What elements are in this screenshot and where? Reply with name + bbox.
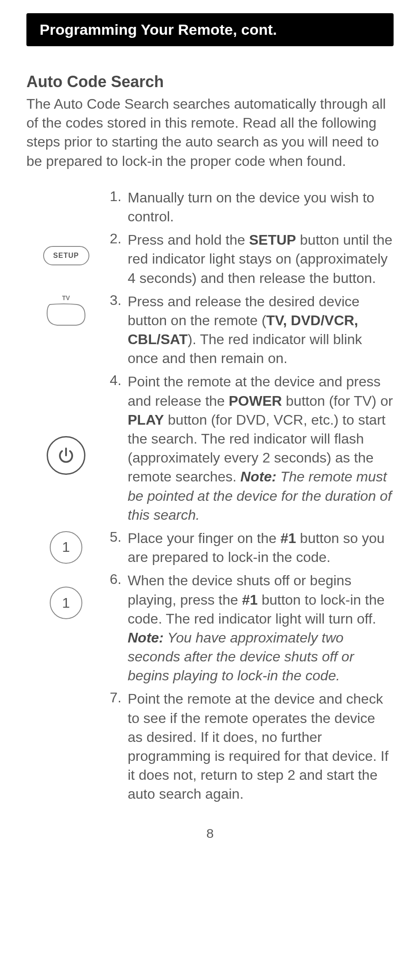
step-4-num: 4. <box>106 372 128 525</box>
step-7-num: 7. <box>106 690 128 804</box>
page-header-bar: Programming Your Remote, cont. <box>26 13 394 46</box>
step-1: 1. Manually turn on the device you wish … <box>26 188 394 226</box>
step-2-text: Press and hold the SETUP button until th… <box>128 231 394 288</box>
tv-label: TV <box>62 294 70 301</box>
steps-list: 1. Manually turn on the device you wish … <box>26 188 394 804</box>
step-7-text: Point the remote at the device and check… <box>128 690 394 804</box>
step-6-text: When the device shuts off or begins play… <box>128 571 394 685</box>
step-3: TV 3. Press and release the desired devi… <box>26 292 394 368</box>
section-title: Auto Code Search <box>26 73 394 91</box>
step-6-num: 6. <box>106 571 128 685</box>
section-intro: The Auto Code Search searches automatica… <box>26 95 394 171</box>
step-3-text: Press and release the desired device but… <box>128 292 394 368</box>
step-2-icon-col: SETUP <box>26 231 106 265</box>
step-6-icon-col: 1 <box>26 571 106 619</box>
step-2: SETUP 2. Press and hold the SETUP button… <box>26 231 394 288</box>
manual-page: Programming Your Remote, cont. Auto Code… <box>0 13 420 841</box>
setup-button-icon: SETUP <box>43 246 89 265</box>
device-button-shape <box>46 302 86 327</box>
step-7: 7. Point the remote at the device and ch… <box>26 690 394 804</box>
page-number: 8 <box>26 826 394 841</box>
step-4-icon-col <box>26 372 106 475</box>
power-icon <box>56 446 76 465</box>
number-one-label-2: 1 <box>62 595 70 611</box>
step-5-num: 5. <box>106 529 128 567</box>
tv-button-icon: TV <box>46 294 86 327</box>
number-one-label: 1 <box>62 539 70 555</box>
step-5-icon-col: 1 <box>26 529 106 564</box>
step-1-text: Manually turn on the device you wish to … <box>128 188 394 226</box>
step-2-num: 2. <box>106 231 128 288</box>
step-3-num: 3. <box>106 292 128 368</box>
step-4-text: Point the remote at the device and press… <box>128 372 394 525</box>
step-7-icon-col <box>26 690 106 692</box>
page-header-title: Programming Your Remote, cont. <box>40 21 380 38</box>
number-one-button-icon: 1 <box>50 531 82 564</box>
step-6: 1 6. When the device shuts off or begins… <box>26 571 394 685</box>
step-1-icon-col <box>26 188 106 191</box>
step-3-icon-col: TV <box>26 292 106 327</box>
step-1-num: 1. <box>106 188 128 226</box>
step-4: 4. Point the remote at the device and pr… <box>26 372 394 525</box>
power-button-icon <box>47 436 85 475</box>
step-5-text: Place your finger on the #1 button so yo… <box>128 529 394 567</box>
number-one-button-icon-2: 1 <box>50 587 82 619</box>
step-5: 1 5. Place your finger on the #1 button … <box>26 529 394 567</box>
setup-label: SETUP <box>53 252 79 260</box>
